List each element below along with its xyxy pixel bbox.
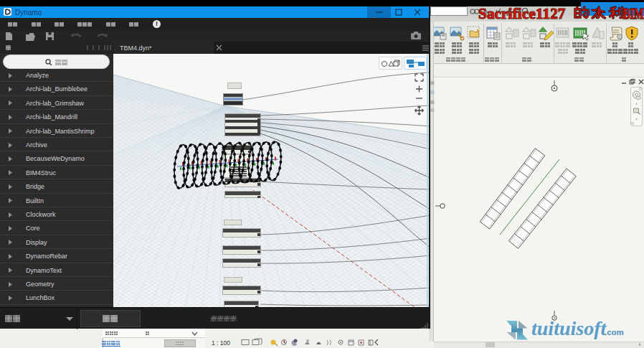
svg-text:.com: .com [605,328,624,337]
svg-text:Sacrifice1127: Sacrifice1127 [478,5,566,22]
svg-text:BIM: BIM [623,6,644,22]
svg-text:tuituisoft: tuituisoft [531,317,607,339]
